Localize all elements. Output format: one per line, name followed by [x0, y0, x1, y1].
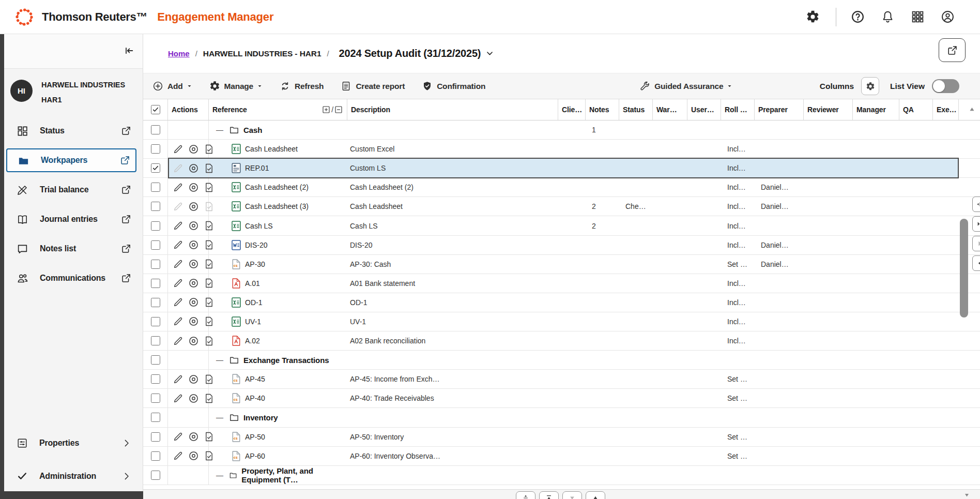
column-header-exe[interactable]: Exe… [933, 99, 959, 120]
external-link-icon[interactable] [121, 126, 131, 136]
column-header-roll[interactable]: Roll … [721, 99, 755, 120]
collapse-sidebar-icon[interactable] [123, 44, 136, 58]
collapse-all-icon[interactable] [334, 105, 343, 114]
sidebar-item-journal-entries[interactable]: Journal entries [6, 207, 136, 231]
column-header-status[interactable]: Status [619, 99, 653, 120]
collapse-group-icon[interactable]: — [216, 413, 223, 421]
manage-button[interactable]: Manage [209, 81, 263, 92]
column-header-user[interactable]: User… [687, 99, 721, 120]
column-header-qa[interactable]: QA [899, 99, 933, 120]
workpaper-reference[interactable]: REP.01 [245, 164, 269, 172]
workpaper-row[interactable]: AP-45 AP-45: Income from Exch…Set … [143, 370, 980, 389]
sidebar-item-notes-list[interactable]: Notes list [6, 237, 136, 261]
collapse-group-icon[interactable]: — [216, 356, 223, 364]
workpaper-row[interactable]: REP.01 Custom LSIncl… [143, 159, 980, 178]
column-header-client[interactable]: Clie… [558, 99, 586, 120]
view-eye-icon[interactable] [188, 297, 199, 308]
workpaper-row[interactable]: Cash Leadsheet (2) Cash Leadsheet (2)Inc… [143, 178, 980, 197]
open-in-new-window-button[interactable] [939, 38, 966, 62]
split-pane-button[interactable] [972, 196, 980, 212]
row-checkbox[interactable] [151, 221, 160, 231]
row-checkbox[interactable] [151, 317, 160, 326]
edit-pencil-icon[interactable] [173, 220, 183, 231]
group-row[interactable]: — Property, Plant, and Equipment (T… [143, 466, 980, 485]
group-row[interactable]: — Exchange Transactions [143, 351, 980, 370]
row-checkbox[interactable] [151, 394, 160, 403]
edit-pencil-icon[interactable] [173, 239, 183, 250]
engagement-selector[interactable]: 2024 Setup Audit (31/12/2025) [339, 48, 495, 59]
view-eye-icon[interactable] [188, 144, 199, 155]
group-row[interactable]: — Cash 1 [143, 120, 980, 140]
view-eye-icon[interactable] [188, 201, 199, 212]
expand-all-icon[interactable] [322, 105, 330, 114]
page-up-button[interactable] [586, 491, 605, 499]
view-eye-icon[interactable] [188, 182, 199, 193]
view-eye-icon[interactable] [188, 278, 199, 289]
workpaper-row[interactable]: Cash LS Cash LS2Incl… [143, 216, 980, 235]
edit-pencil-icon[interactable] [173, 278, 183, 289]
workpaper-reference[interactable]: Cash Leadsheet (3) [245, 202, 309, 210]
workpaper-row[interactable]: AP-60 AP-60: Inventory Observa…Set … [143, 447, 980, 466]
workpaper-reference[interactable]: DIS-20 [245, 241, 268, 249]
row-checkbox[interactable] [151, 413, 160, 422]
columns-settings-button[interactable] [861, 77, 879, 95]
view-eye-icon[interactable] [188, 316, 199, 327]
workpaper-row[interactable]: UV-1 UV-1Incl… [143, 312, 980, 331]
notifications-bell-icon[interactable] [880, 9, 895, 25]
column-header-preparer[interactable]: Preparer [755, 99, 804, 120]
user-avatar-icon[interactable] [940, 9, 955, 25]
workpaper-reference[interactable]: AP-60 [245, 452, 265, 460]
row-checkbox[interactable] [151, 125, 160, 134]
column-header-manager[interactable]: Manager [853, 99, 899, 120]
scroll-up-icon[interactable] [968, 105, 976, 113]
workpaper-row[interactable]: Cash Leadsheet Custom ExcelIncl… [143, 140, 980, 159]
sidebar-item-administration[interactable]: Administration [6, 465, 136, 488]
view-eye-icon[interactable] [188, 431, 199, 442]
sidebar-item-trial-balance[interactable]: Trial balance [6, 178, 136, 202]
help-icon[interactable] [850, 9, 865, 25]
sidebar-item-communications[interactable]: Communications [6, 266, 136, 290]
workpaper-reference[interactable]: Cash Leadsheet [245, 145, 298, 153]
edit-pencil-icon[interactable] [173, 393, 183, 404]
view-eye-icon[interactable] [188, 336, 199, 346]
workpaper-row[interactable]: Cash Leadsheet (3) Cash Leadsheet2Che…In… [143, 197, 980, 216]
workpaper-reference[interactable]: Cash Leadsheet (2) [245, 183, 309, 191]
edit-pencil-icon[interactable] [173, 297, 183, 308]
scroll-down-icon[interactable] [963, 492, 971, 498]
view-eye-icon[interactable] [188, 450, 199, 461]
workpaper-reference[interactable]: AP-45 [245, 375, 265, 383]
row-checkbox[interactable] [151, 298, 160, 307]
workpaper-reference[interactable]: UV-1 [245, 317, 261, 326]
workpaper-reference[interactable]: A.01 [245, 279, 260, 288]
list-view-toggle[interactable] [932, 79, 959, 93]
app-grid-icon[interactable] [910, 9, 925, 25]
guided-assurance-button[interactable]: Guided Assurance [639, 81, 732, 92]
row-checkbox[interactable] [151, 451, 160, 461]
page-down-button[interactable] [562, 491, 582, 499]
external-link-icon[interactable] [121, 244, 131, 254]
refresh-button[interactable]: Refresh [280, 81, 324, 92]
row-checkbox[interactable] [151, 183, 160, 192]
edit-pencil-icon[interactable] [173, 182, 183, 193]
workpaper-reference[interactable]: AP-50 [245, 433, 265, 441]
group-row[interactable]: — Inventory [143, 408, 980, 427]
row-checkbox[interactable] [151, 471, 160, 480]
pane-right-button[interactable] [972, 236, 980, 251]
view-eye-icon[interactable] [188, 163, 199, 174]
sidebar-item-status[interactable]: Status [6, 119, 136, 143]
split-view-button[interactable] [516, 491, 535, 499]
external-link-icon[interactable] [120, 155, 130, 165]
scroll-to-top-button[interactable] [539, 491, 559, 499]
row-checkbox[interactable] [151, 202, 160, 211]
column-header-reviewer[interactable]: Reviewer [804, 99, 853, 120]
breadcrumb-home-link[interactable]: Home [168, 49, 190, 58]
row-checkbox[interactable] [151, 163, 160, 173]
workpaper-reference[interactable]: OD-1 [245, 298, 262, 307]
edit-pencil-icon[interactable] [173, 144, 183, 155]
edit-pencil-icon[interactable] [173, 316, 183, 327]
row-checkbox[interactable] [151, 432, 160, 442]
edit-pencil-icon[interactable] [173, 163, 183, 174]
edit-pencil-icon[interactable] [173, 201, 183, 212]
edit-pencil-icon[interactable] [173, 431, 183, 442]
workpaper-reference[interactable]: Cash LS [245, 222, 273, 230]
